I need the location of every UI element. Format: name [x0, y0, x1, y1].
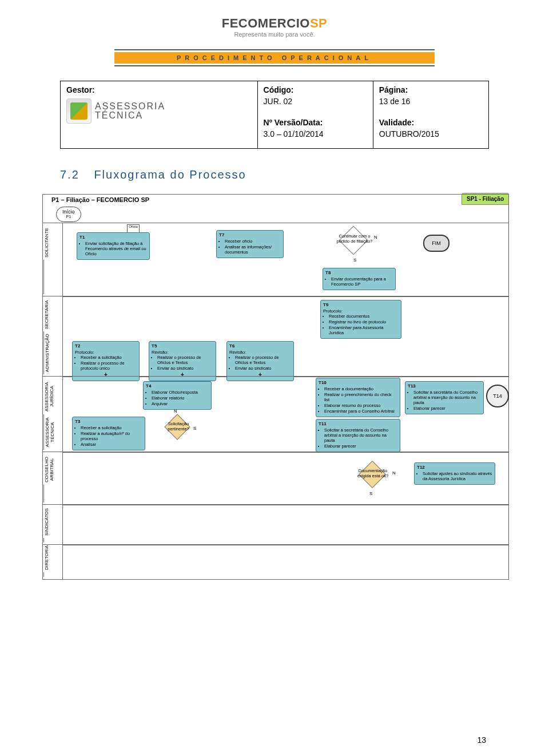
lane-sindicatos: SINDICATOS	[42, 504, 509, 545]
pagina-value: 13 de 16	[379, 96, 483, 108]
task-t9: T9 Protocolo: Receber documentosRegistra…	[320, 300, 401, 339]
gestor-label: Gestor:	[66, 85, 252, 96]
banner-wrapper: PROCEDIMENTO OPERACIONAL	[114, 49, 435, 66]
process-diagram: P1 – Filiação – FECOMERCIO SP SP1 - Fili…	[40, 193, 509, 605]
end-ref-t14: T14	[486, 385, 509, 407]
codigo-value: JUR. 02	[264, 96, 367, 108]
brand-suffix: SP	[310, 16, 327, 30]
assessoria-logo: ASSESSORIA TÉCNICA	[66, 98, 252, 124]
versao-label: Nº Versão/Data:	[264, 117, 367, 129]
task-t12: T12 Solicitar ajustes ao sindicato atrav…	[414, 462, 495, 485]
lane-solicitante: SOLICITANTE Ofício T1 Enviar solicitação…	[42, 223, 509, 297]
lane-conselho: CONSELHO ARBITRAL Documentação exigida e…	[42, 452, 509, 505]
brand-tagline: Representa muito para você.	[0, 31, 549, 38]
footer-page-number: 13	[477, 735, 486, 745]
gateway-continuar-text: Continuar com o pedido de filiação?	[336, 233, 373, 244]
section-name: Fluxograma do Processo	[94, 168, 246, 181]
task-t11: T11 Solicitar à secretária do Conselho a…	[316, 419, 400, 453]
assessoria-icon	[66, 98, 92, 124]
codigo-label: Código:	[264, 85, 367, 96]
section-number: 7.2	[60, 168, 79, 181]
lane-assessoria: ASSESSORIA TÉCNICAASSESSORIA JURÍDICA T4…	[42, 376, 509, 453]
task-t5: T5Revisão: Realizar o processo de Ofício…	[149, 341, 216, 382]
task-t7: T7 Receber ofícioAnalisar as informações…	[216, 230, 284, 259]
meta-table: Gestor: ASSESSORIA TÉCNICA Código: JUR. …	[60, 81, 489, 149]
gateway-pertinente-text: Solicitação pertinente?	[160, 421, 197, 432]
task-t6: T6Revisão: Realizar o processo de Ofício…	[226, 341, 294, 382]
brand-logo: FECOMERCIOSP Representa muito para você.	[0, 0, 549, 38]
task-t1: T1 Enviar solicitação de filiação à Feco…	[77, 232, 150, 260]
task-t8: T8 Enviar documentação para a Fecomercio…	[323, 268, 396, 291]
task-t13: T13 Solicitar à secretária do Conselho a…	[405, 381, 484, 415]
task-t10: T10 Receber a documentaçãoRealizar o pre…	[316, 378, 400, 418]
validade-value: OUTUBRO/2015	[379, 129, 483, 140]
lane-diretoria: DIRETORIA	[42, 544, 509, 580]
validade-label: Validade:	[379, 117, 483, 129]
versao-value: 3.0 – 01/10/2014	[264, 129, 367, 140]
section-title: 7.2 Fluxograma do Processo	[60, 168, 489, 181]
task-t3: T3 Receber a solicitaçãoRealizar a autua…	[72, 417, 145, 451]
brand-name: FECOMERCIO	[222, 16, 310, 30]
task-t2: T2Protocolo: Receber a solicitaçãoRealiz…	[72, 341, 140, 382]
task-t4: T4 Elaborar Ofício/respostaElaborar rela…	[143, 381, 212, 410]
banner-title: PROCEDIMENTO OPERACIONAL	[114, 52, 435, 64]
pagina-label: Página:	[379, 85, 483, 96]
gateway-docok-text: Documentação exigida está ok?	[352, 468, 393, 478]
assessoria-text: ASSESSORIA TÉCNICA	[95, 102, 165, 120]
end-fim: FIM	[423, 235, 449, 252]
lane-administracao: ADMINISTRAÇÃOSECRETARIA T9 Protocolo: Re…	[42, 296, 509, 377]
